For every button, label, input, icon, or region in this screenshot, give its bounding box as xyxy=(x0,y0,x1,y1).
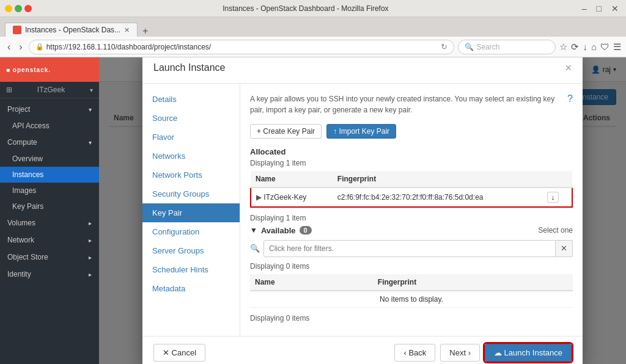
sidebar-objectstore-label: Object Store xyxy=(7,253,48,261)
sidebar-chevron-project: ▾ xyxy=(89,106,92,113)
home-icon[interactable]: ⟳ xyxy=(571,42,579,53)
content-area: 👤 raj ▾ Filter Launch Instance Name Imag… xyxy=(99,57,626,364)
filter-clear-btn[interactable]: ✕ xyxy=(556,240,573,257)
cancel-btn[interactable]: ✕ Cancel xyxy=(153,344,205,362)
available-text: Available xyxy=(261,226,296,235)
available-footer-count: Displaying 0 items xyxy=(250,314,573,322)
sidebar-network-label: Network xyxy=(7,236,34,244)
back-btn[interactable]: ‹ xyxy=(5,40,13,54)
modal-nav-key-pair[interactable]: Key Pair xyxy=(142,203,240,222)
modal-nav-server-groups[interactable]: Server Groups xyxy=(142,241,240,260)
home-nav-icon[interactable]: ⌂ xyxy=(591,42,597,52)
modal-body: Details Source Flavor Networks Network P… xyxy=(142,84,583,336)
allocated-col-fingerprint: Fingerprint xyxy=(333,171,542,187)
sidebar-item-api-access[interactable]: API Access xyxy=(0,118,99,134)
allocated-footer-count: Displaying 1 item xyxy=(250,214,573,222)
sidebar-item-instances[interactable]: Instances xyxy=(0,167,99,183)
modal-nav-flavor[interactable]: Flavor xyxy=(142,128,240,147)
toolbar-icons: ☆ ⟳ ↓ ⌂ 🛡 ☰ xyxy=(559,42,621,53)
window-controls[interactable] xyxy=(5,5,32,12)
action-buttons: + Create Key Pair ↑ Import Key Pair xyxy=(250,124,573,139)
org-selector[interactable]: ⊞ ITzGeek ▾ xyxy=(0,82,99,98)
key-name: ITzGeek-Key xyxy=(263,193,306,202)
openstack-logo: ■ openstack. xyxy=(6,67,51,73)
url-text: https://192.168.1.110/dashboard/project/… xyxy=(46,43,439,51)
filter-input[interactable] xyxy=(263,240,556,257)
modal-close-btn[interactable]: × xyxy=(565,62,572,75)
modal-nav-security-groups[interactable]: Security Groups xyxy=(142,184,240,203)
sidebar-item-overview[interactable]: Overview xyxy=(0,151,99,167)
allocated-count: Displaying 1 item xyxy=(250,159,573,167)
sidebar-item-project-label: Project xyxy=(7,105,30,114)
org-name: ITzGeek xyxy=(37,86,65,94)
modal-title: Launch Instance xyxy=(153,62,225,73)
sidebar-item-volumes[interactable]: Volumes ▸ xyxy=(0,214,99,231)
sidebar-overview-label: Overview xyxy=(12,155,43,163)
tab-close-btn[interactable]: ✕ xyxy=(124,26,130,34)
sidebar-item-project[interactable]: Project ▾ xyxy=(0,101,99,118)
search-box[interactable]: 🔍 Search xyxy=(458,40,556,54)
sidebar-item-network[interactable]: Network ▸ xyxy=(0,231,99,249)
row-action-cell: ↓ xyxy=(542,187,572,207)
browser-window-controls[interactable]: – □ ✕ xyxy=(580,4,621,13)
new-tab-btn[interactable]: + xyxy=(142,26,148,37)
expand-btn[interactable]: ▶ xyxy=(256,193,262,202)
back-btn[interactable]: ‹ Back xyxy=(394,344,435,362)
sidebar-item-identity[interactable]: Identity ▸ xyxy=(0,266,99,283)
maximize-btn[interactable] xyxy=(15,5,22,12)
modal-nav-network-ports[interactable]: Network Ports xyxy=(142,166,240,184)
sidebar-header: ■ openstack. xyxy=(0,57,99,82)
sidebar: ■ openstack. ⊞ ITzGeek ▾ Project ▾ API A… xyxy=(0,57,99,364)
sidebar-chevron-compute: ▾ xyxy=(89,139,92,146)
browser-restore-btn[interactable]: □ xyxy=(594,4,604,13)
minimize-btn[interactable] xyxy=(5,5,12,12)
tab-label: Instances - OpenStack Das... xyxy=(25,26,120,34)
shield-icon[interactable]: 🛡 xyxy=(600,42,609,52)
modal-content: ? A key pair allows you to SSH into your… xyxy=(240,84,583,336)
sidebar-item-compute[interactable]: Compute ▾ xyxy=(0,134,99,151)
row-expand[interactable]: ▶ ITzGeek-Key xyxy=(251,187,333,207)
allocated-label: Allocated xyxy=(250,147,573,156)
modal-overlay: Launch Instance × Details Source Flavor … xyxy=(99,57,626,364)
sidebar-identity-label: Identity xyxy=(7,270,31,278)
sidebar-volumes-label: Volumes xyxy=(7,219,35,227)
key-fingerprint: c2:f6:9f:fc:b4:2e:32:70:2f:f0:ff:8a:76:5… xyxy=(333,187,542,207)
download-icon[interactable]: ↓ xyxy=(583,42,587,52)
create-key-pair-btn[interactable]: + Create Key Pair xyxy=(250,124,322,139)
sidebar-item-images[interactable]: Images xyxy=(0,183,99,198)
modal-description: A key pair allows you to SSH into your n… xyxy=(250,93,573,115)
sidebar-instances-label: Instances xyxy=(12,170,43,179)
filter-search-icon: 🔍 xyxy=(250,244,260,253)
sidebar-item-key-pairs[interactable]: Key Pairs xyxy=(0,198,99,214)
browser-title: Instances - OpenStack Dashboard - Mozill… xyxy=(32,4,580,13)
sidebar-chevron-volumes: ▸ xyxy=(89,220,92,227)
modal-nav-configuration[interactable]: Configuration xyxy=(142,222,240,241)
url-box[interactable]: 🔒 https://192.168.1.110/dashboard/projec… xyxy=(29,40,455,54)
search-placeholder: Search xyxy=(476,43,499,51)
sidebar-item-object-store[interactable]: Object Store ▸ xyxy=(0,249,99,266)
address-bar: ‹ › 🔒 https://192.168.1.110/dashboard/pr… xyxy=(0,37,626,57)
modal-nav-details[interactable]: Details xyxy=(142,90,240,109)
modal-nav-metadata[interactable]: Metadata xyxy=(142,279,240,298)
no-items-row: No items to display. xyxy=(250,291,573,308)
menu-icon[interactable]: ☰ xyxy=(613,42,621,53)
modal-nav-source[interactable]: Source xyxy=(142,109,240,128)
launch-instance-modal-btn[interactable]: ☁ Launch Instance xyxy=(485,344,572,362)
reload-btn[interactable]: ↻ xyxy=(441,42,447,51)
forward-btn[interactable]: › xyxy=(17,40,24,54)
modal-nav-networks[interactable]: Networks xyxy=(142,147,240,166)
security-icon: 🔒 xyxy=(35,43,44,51)
available-count-badge: 0 xyxy=(300,226,312,235)
bookmark-icon[interactable]: ☆ xyxy=(559,42,567,53)
browser-minimize-btn[interactable]: – xyxy=(580,4,589,13)
next-btn[interactable]: Next › xyxy=(440,344,480,362)
help-icon[interactable]: ? xyxy=(567,93,573,104)
available-table: Name Fingerprint No items to display. xyxy=(250,274,573,308)
close-window-btn[interactable] xyxy=(24,5,32,12)
import-key-pair-btn[interactable]: ↑ Import Key Pair xyxy=(326,124,396,139)
browser-tab[interactable]: Instances - OpenStack Das... ✕ xyxy=(5,23,138,37)
modal-nav-scheduler-hints[interactable]: Scheduler Hints xyxy=(142,260,240,279)
row-down-btn[interactable]: ↓ xyxy=(547,192,559,203)
browser-close-btn[interactable]: ✕ xyxy=(609,4,621,13)
org-icon: ⊞ xyxy=(6,86,12,94)
